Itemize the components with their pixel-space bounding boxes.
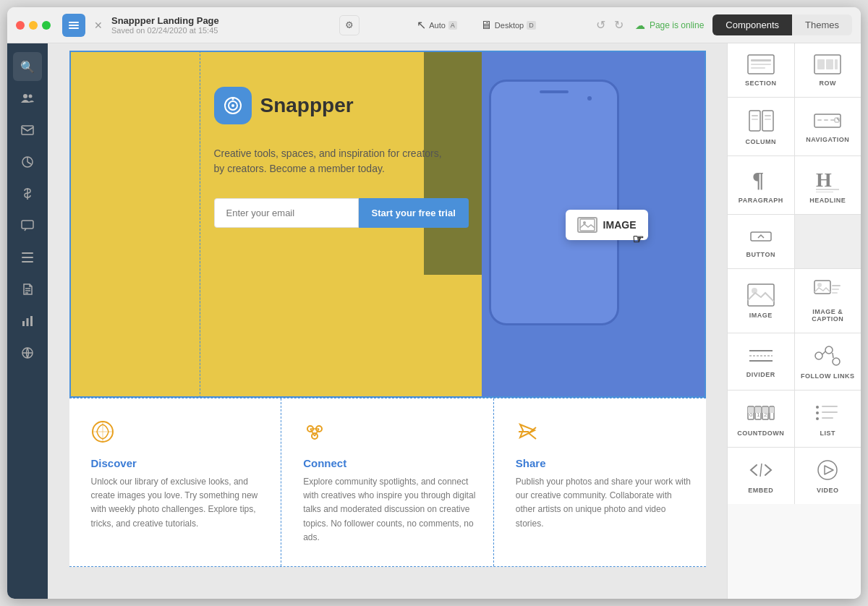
svg-point-64: [825, 346, 833, 354]
hero-form: Start your free trial: [214, 198, 469, 228]
sidebar-item-doc[interactable]: [13, 275, 42, 304]
redo-button[interactable]: ↻: [611, 15, 626, 35]
svg-point-56: [817, 283, 822, 287]
svg-point-63: [815, 352, 822, 359]
sidebar-item-search[interactable]: 🔍: [13, 52, 42, 81]
svg-rect-37: [762, 111, 773, 131]
component-image[interactable]: IMAGE: [728, 269, 794, 333]
components-tab[interactable]: Components: [712, 14, 792, 35]
svg-line-85: [760, 464, 762, 477]
svg-text:H: H: [816, 168, 832, 191]
view-tab-group: Components Themes: [712, 14, 852, 35]
svg-marker-87: [825, 466, 833, 474]
navigation-label: NAVIGATION: [806, 136, 849, 143]
close-button[interactable]: [16, 21, 25, 30]
video-label: VIDEO: [817, 487, 839, 494]
svg-text:1: 1: [757, 411, 760, 418]
sidebar-item-chart[interactable]: [13, 307, 42, 336]
divider-icon: [746, 345, 775, 367]
themes-tab[interactable]: Themes: [792, 14, 852, 35]
sidebar-item-globe[interactable]: [13, 338, 42, 367]
sidebar-item-money[interactable]: [13, 179, 42, 208]
svg-line-67: [833, 353, 833, 358]
component-row[interactable]: ROW: [795, 43, 861, 97]
svg-rect-43: [817, 119, 822, 121]
feature-title-share: Share: [516, 457, 692, 469]
svg-rect-22: [580, 219, 595, 231]
share-icon: [516, 420, 692, 448]
sidebar-item-analytics[interactable]: [13, 148, 42, 176]
svg-rect-38: [752, 115, 758, 116]
sidebar-item-people[interactable]: [13, 84, 42, 113]
component-headline[interactable]: H HeadLinE: [795, 156, 861, 214]
feature-text-share: Publish your photos and share your work …: [516, 475, 692, 531]
list-icon-comp: [813, 401, 842, 425]
auto-mode-button[interactable]: ↖ Auto A: [411, 15, 463, 35]
minimize-button[interactable]: [29, 21, 38, 30]
button-icon: [746, 225, 775, 247]
component-column[interactable]: COLUMN: [728, 98, 794, 155]
page-info: Snappper Landing Page Saved on 02/24/202…: [111, 15, 333, 35]
section-icon: [746, 54, 775, 75]
hero-tagline: Creative tools, spaces, and inspiration …: [214, 146, 446, 176]
desktop-mode-button[interactable]: 🖥 Desktop D: [475, 16, 542, 35]
svg-rect-82: [822, 411, 838, 413]
component-button[interactable]: BUTTON: [728, 215, 794, 268]
component-embed[interactable]: EMBED: [728, 448, 794, 504]
undo-button[interactable]: ↺: [593, 15, 608, 35]
countdown-label: COUNTDOWN: [737, 430, 784, 437]
sidebar-item-chat[interactable]: [13, 211, 42, 240]
component-countdown[interactable]: 0 1 2 COUNTDOWN: [728, 391, 794, 447]
video-icon: [813, 458, 842, 482]
image-overlay[interactable]: IMAGE ☞: [566, 210, 648, 240]
cta-button[interactable]: Start your free trial: [359, 198, 469, 228]
feature-col-share[interactable]: Share Publish your photos and share your…: [494, 398, 706, 566]
svg-rect-39: [752, 119, 758, 120]
settings-button[interactable]: ⚙: [339, 15, 359, 35]
component-video[interactable]: VIDEO: [795, 448, 861, 504]
svg-rect-2: [69, 27, 79, 29]
nav-toggle[interactable]: [62, 14, 85, 37]
component-navigation[interactable]: NAVIGATION: [795, 98, 861, 155]
connect-icon: [303, 420, 479, 448]
sidebar-item-email[interactable]: [13, 116, 42, 145]
svg-rect-41: [765, 119, 771, 120]
phone-mockup: [489, 80, 619, 325]
headline-label: HeadLinE: [809, 197, 846, 204]
image-caption-label: IMAGE & CAPTION: [801, 308, 856, 323]
component-section[interactable]: SECTION: [728, 43, 794, 97]
component-list[interactable]: LIST: [795, 391, 861, 447]
svg-rect-0: [69, 22, 79, 23]
button-label: BUTTON: [746, 251, 775, 258]
email-input[interactable]: [214, 198, 359, 228]
discover-icon: [91, 420, 267, 448]
svg-text:2: 2: [764, 411, 767, 418]
component-follow-links[interactable]: FOLLOW LINKS: [795, 333, 861, 390]
svg-rect-80: [822, 406, 838, 407]
component-divider[interactable]: DIVIDER: [728, 333, 794, 390]
close-icon[interactable]: ✕: [91, 18, 106, 33]
hero-section[interactable]: Snappper Creative tools, spaces, and ins…: [69, 51, 706, 398]
svg-rect-55: [814, 281, 830, 294]
svg-rect-7: [22, 221, 33, 229]
svg-rect-45: [830, 119, 835, 121]
follow-links-icon: [813, 343, 842, 368]
svg-rect-33: [817, 59, 825, 69]
svg-line-66: [822, 351, 825, 354]
sidebar-item-list[interactable]: [13, 243, 42, 272]
components-grid: SECTION ROW: [728, 43, 861, 504]
canvas-area[interactable]: Snappper Creative tools, spaces, and ins…: [48, 43, 727, 599]
row-icon: [813, 54, 842, 75]
desktop-icon: 🖥: [480, 19, 492, 32]
svg-rect-57: [832, 285, 841, 286]
maximize-button[interactable]: [42, 21, 51, 30]
feature-col-discover[interactable]: Discover Unlock our library of exclusive…: [69, 398, 282, 566]
embed-icon: [746, 458, 775, 482]
components-panel: SECTION ROW: [727, 43, 861, 599]
paragraph-label: PARAGRAPH: [739, 197, 783, 204]
feature-text-discover: Unlock our library of exclusive looks, a…: [91, 475, 267, 531]
component-paragraph[interactable]: ¶ PARAGRAPH: [728, 156, 794, 214]
component-image-caption[interactable]: IMAGE & CAPTION: [795, 269, 861, 333]
divider-label: DIVIDER: [746, 371, 775, 378]
feature-col-connect[interactable]: Connect Explore community spotlights, an…: [281, 398, 494, 566]
